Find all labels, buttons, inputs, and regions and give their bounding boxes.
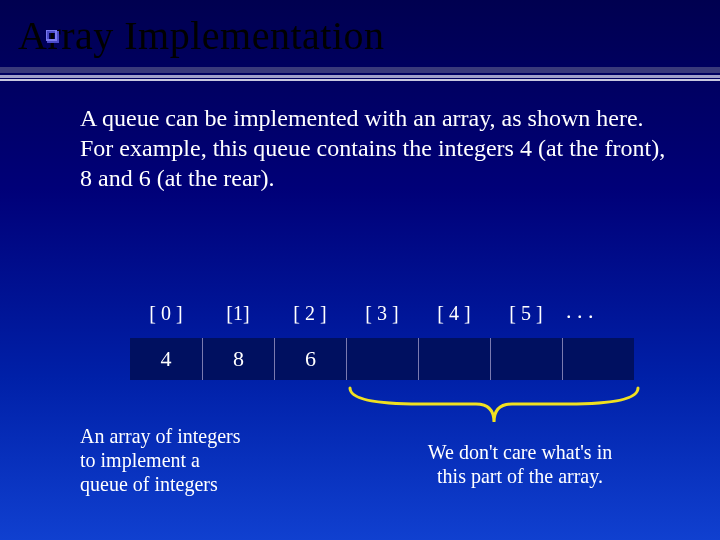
caption-right: We don't care what's in this part of the… [370, 440, 670, 488]
caption-line: to implement a [80, 448, 241, 472]
array-cell [418, 338, 490, 380]
body-paragraph: A queue can be implemented with an array… [0, 81, 720, 193]
array-cell [562, 338, 634, 380]
index-label: [ 0 ] [130, 302, 202, 325]
array-cell: 8 [202, 338, 274, 380]
index-label: [1] [202, 302, 274, 325]
curly-brace-icon [346, 384, 642, 432]
array-cell: 4 [130, 338, 202, 380]
bullet-icon [46, 30, 60, 44]
caption-left: An array of integers to implement a queu… [80, 424, 241, 496]
index-label: [ 5 ] [490, 302, 562, 325]
array-cell: 6 [274, 338, 346, 380]
index-label: [ 3 ] [346, 302, 418, 325]
array-cell [490, 338, 562, 380]
array-cells-row: 4 8 6 [130, 338, 634, 380]
index-label: [ 4 ] [418, 302, 490, 325]
caption-line: queue of integers [80, 472, 241, 496]
index-label: [ 2 ] [274, 302, 346, 325]
title-underline [0, 67, 720, 81]
caption-line: this part of the array. [370, 464, 670, 488]
index-labels-row: [ 0 ] [1] [ 2 ] [ 3 ] [ 4 ] [ 5 ] . . . [130, 300, 594, 326]
ellipsis-icon: . . . [566, 298, 594, 324]
caption-line: An array of integers [80, 424, 241, 448]
caption-line: We don't care what's in [370, 440, 670, 464]
page-title: Array Implementation [0, 0, 720, 67]
array-cell [346, 338, 418, 380]
